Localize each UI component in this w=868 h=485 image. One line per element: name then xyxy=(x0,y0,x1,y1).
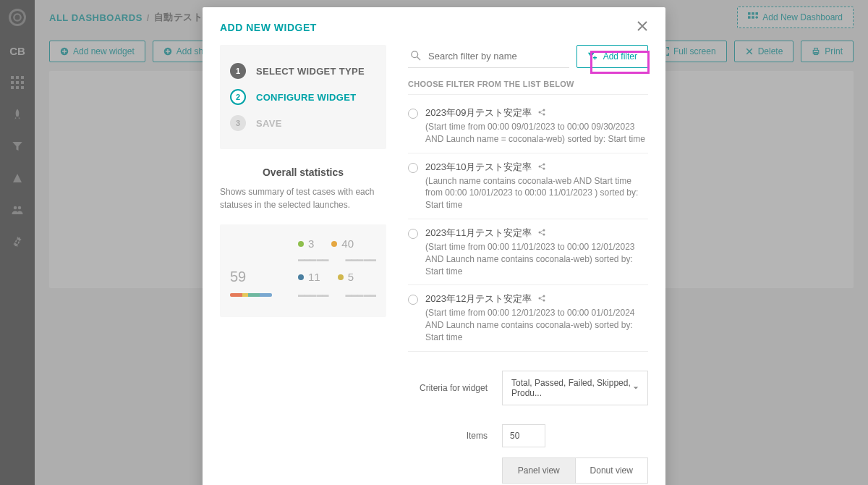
preview-desc: Shows summary of test cases with each st… xyxy=(220,185,386,211)
donut-view-button[interactable]: Donut view xyxy=(575,457,649,484)
share-icon[interactable] xyxy=(537,292,546,305)
filter-item[interactable]: 2023年10月テスト安定率 (Launch name contains coc… xyxy=(408,153,648,219)
modal-title: ADD NEW WIDGET xyxy=(220,22,317,33)
items-label: Items xyxy=(408,431,488,441)
step-label: SELECT WIDGET TYPE xyxy=(256,66,365,77)
filter-name: 2023年12月テスト安定率 xyxy=(425,292,532,305)
search-input[interactable] xyxy=(408,45,569,68)
svg-point-32 xyxy=(543,233,545,235)
add-filter-button[interactable]: Add filter xyxy=(576,45,648,68)
panel-view-button[interactable]: Panel view xyxy=(502,457,575,484)
step-number: 3 xyxy=(230,115,246,131)
configure-panel: Add filter CHOOSE FILTER FROM THE LIST B… xyxy=(408,45,648,485)
step-number: 2 xyxy=(230,89,246,105)
add-widget-modal: ADD NEW WIDGET 1 SELECT WIDGET TYPE 2 CO… xyxy=(203,7,665,485)
filter-desc: (Start time from 00:00 09/01/2023 to 00:… xyxy=(425,121,648,146)
widget-preview: Overall statistics Shows summary of test… xyxy=(220,166,386,317)
svg-point-31 xyxy=(543,229,545,231)
filter-section-label: CHOOSE FILTER FROM THE LIST BELOW xyxy=(408,80,648,95)
svg-point-26 xyxy=(543,114,545,116)
share-icon[interactable] xyxy=(537,227,546,240)
filter-desc: (Start time from 00:00 11/01/2023 to 00:… xyxy=(425,241,648,277)
step-label: CONFIGURE WIDGET xyxy=(256,92,356,103)
svg-point-28 xyxy=(543,163,545,165)
search-icon xyxy=(411,51,421,61)
view-toggle: Panel view Donut view xyxy=(502,457,648,484)
filter-name: 2023年09月テスト安定率 xyxy=(425,106,532,119)
svg-point-25 xyxy=(543,109,545,111)
filter-item[interactable]: 2023年11月テスト安定率 (Start time from 00:00 11… xyxy=(408,219,648,285)
svg-point-29 xyxy=(543,167,545,169)
step-list: 1 SELECT WIDGET TYPE 2 CONFIGURE WIDGET … xyxy=(220,45,386,149)
close-icon xyxy=(637,20,648,32)
filter-desc: (Start time from 00:00 12/01/2023 to 00:… xyxy=(425,307,648,343)
filter-desc: (Launch name contains coconala-web AND S… xyxy=(425,175,648,211)
filter-item[interactable]: 2023年12月テスト安定率 (Start time from 00:00 12… xyxy=(408,285,648,351)
filter-name: 2023年10月テスト安定率 xyxy=(425,161,532,174)
search-box xyxy=(408,45,569,68)
radio-input[interactable] xyxy=(408,295,418,305)
criteria-label: Criteria for widget xyxy=(408,383,488,393)
modal-close-button[interactable] xyxy=(637,20,648,35)
step-label: SAVE xyxy=(256,118,282,129)
radio-input[interactable] xyxy=(408,163,418,173)
step-1[interactable]: 1 SELECT WIDGET TYPE xyxy=(220,58,386,84)
step-2[interactable]: 2 CONFIGURE WIDGET xyxy=(220,84,386,110)
svg-point-34 xyxy=(543,295,545,298)
radio-input[interactable] xyxy=(408,109,418,119)
radio-input[interactable] xyxy=(408,229,418,239)
step-number: 1 xyxy=(230,63,246,79)
filter-plus-icon xyxy=(587,51,597,62)
share-icon[interactable] xyxy=(537,161,546,174)
steps-panel: 1 SELECT WIDGET TYPE 2 CONFIGURE WIDGET … xyxy=(220,45,386,485)
chevron-down-icon xyxy=(633,384,639,392)
svg-point-35 xyxy=(543,300,545,302)
step-3: 3 SAVE xyxy=(220,110,386,136)
filter-list: 2023年09月テスト安定率 (Start time from 00:00 09… xyxy=(408,99,648,352)
preview-title: Overall statistics xyxy=(220,166,386,178)
criteria-select[interactable]: Total, Passed, Failed, Skipped, Produ... xyxy=(502,371,648,405)
filter-item[interactable]: 2023年09月テスト安定率 (Start time from 00:00 09… xyxy=(408,99,648,153)
items-input[interactable] xyxy=(502,424,545,447)
svg-point-23 xyxy=(412,51,418,58)
filter-name: 2023年11月テスト安定率 xyxy=(425,227,532,240)
stats-card: 3 40 ▬▬▬ ▬▬ ▬▬▬ ▬▬ 59 11 5 xyxy=(220,224,386,317)
share-icon[interactable] xyxy=(537,106,546,119)
modal-overlay: ADD NEW WIDGET 1 SELECT WIDGET TYPE 2 CO… xyxy=(0,0,868,485)
